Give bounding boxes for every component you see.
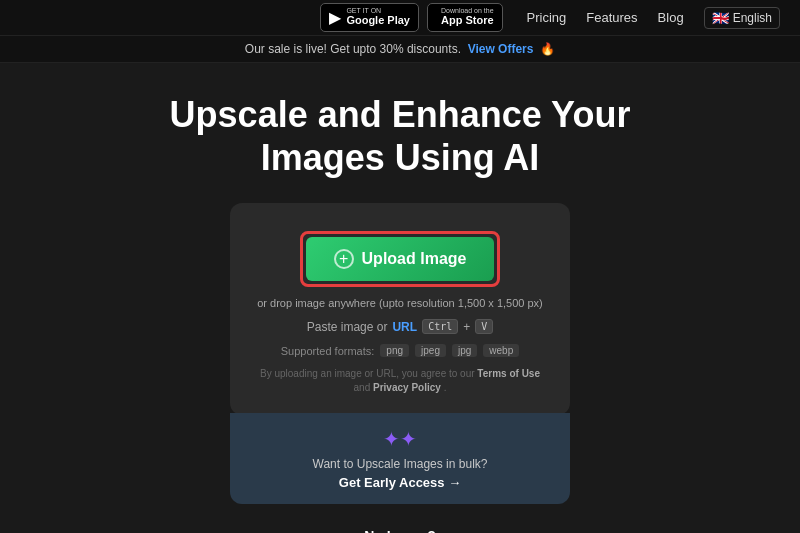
format-jpg: jpg [452,344,477,357]
top-nav: ▶ GET IT ON Google Play Download on the … [0,0,800,36]
hero-title-line1: Upscale and Enhance Your [170,94,631,135]
bulk-icon: ✦✦ [383,427,417,451]
language-selector[interactable]: 🇬🇧 English [704,7,780,29]
formats-row: Supported formats: png jpeg jpg webp [281,344,519,357]
nav-pricing[interactable]: Pricing [527,10,567,25]
plus-circle-icon: + [334,249,354,269]
bulk-text: Want to Upscale Images in bulk? [313,457,488,471]
upload-btn-wrapper: + Upload Image [300,231,501,287]
view-offers-link[interactable]: View Offers [468,42,534,56]
announcement-text: Our sale is live! Get upto 30% discounts… [245,42,461,56]
upload-button-label: Upload Image [362,250,467,268]
terms-end: . [444,382,447,393]
format-png: png [380,344,409,357]
paste-row: Paste image or URL Ctrl + V [307,319,494,334]
nav-links: Pricing Features Blog 🇬🇧 English [527,7,780,29]
app-store-text: Download on the App Store [441,7,494,27]
fire-emoji: 🔥 [540,42,555,56]
terms-text: By uploading an image or URL, you agree … [254,367,546,395]
google-play-badge[interactable]: ▶ GET IT ON Google Play [320,3,419,31]
v-key: V [475,319,493,334]
language-label: English [733,11,772,25]
url-link[interactable]: URL [392,320,417,334]
app-store-badge[interactable]: Download on the App Store [427,3,503,31]
hero-title-line2: Images Using AI [261,137,540,178]
terms-prefix: By uploading an image or URL, you agree … [260,368,475,379]
privacy-link[interactable]: Privacy Policy [373,382,441,393]
formats-label: Supported formats: [281,345,375,357]
hero-title: Upscale and Enhance Your Images Using AI [170,93,631,179]
terms-and: and [354,382,371,393]
nav-features[interactable]: Features [586,10,637,25]
announcement-bar: Our sale is live! Get upto 30% discounts… [0,36,800,63]
early-access-link[interactable]: Get Early Access → [339,475,461,490]
no-image-title: No Image? [364,528,436,533]
format-jpeg: jpeg [415,344,446,357]
flag-icon: 🇬🇧 [712,10,729,26]
terms-link[interactable]: Terms of Use [477,368,540,379]
plus-separator: + [463,320,470,334]
upload-button[interactable]: + Upload Image [306,237,495,281]
drop-hint: or drop image anywhere (upto resolution … [257,297,543,309]
ctrl-key: Ctrl [422,319,458,334]
nav-blog[interactable]: Blog [658,10,684,25]
google-play-icon: ▶ [329,8,341,27]
main-content: Upscale and Enhance Your Images Using AI… [0,63,800,533]
no-image-section: No Image? Try one of these 🎨 🌊 🐭 [314,528,486,533]
format-webp: webp [483,344,519,357]
bulk-section: ✦✦ Want to Upscale Images in bulk? Get E… [230,413,570,504]
paste-text: Paste image or [307,320,388,334]
google-play-text: GET IT ON Google Play [346,7,410,27]
upload-card: + Upload Image or drop image anywhere (u… [230,203,570,415]
